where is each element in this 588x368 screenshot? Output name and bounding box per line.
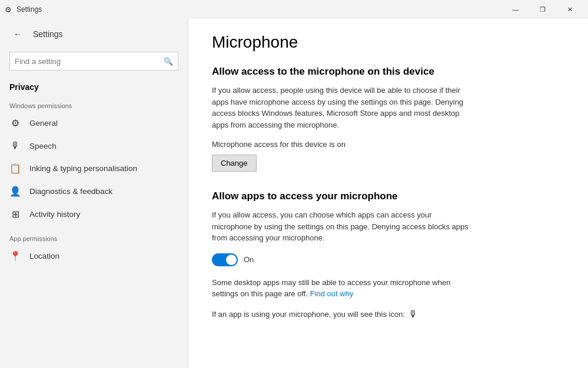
- apps-access-title: Allow apps to access your microphone: [212, 190, 564, 202]
- desktop-apps-note: Some desktop apps may still be able to a…: [212, 277, 471, 300]
- search-input[interactable]: [15, 57, 160, 66]
- title-bar-controls: — ❐ ✕: [502, 0, 583, 19]
- app-permissions-label: App permissions: [0, 226, 188, 245]
- device-access-status: Microphone access for this device is on: [212, 140, 564, 149]
- search-icon: 🔍: [164, 57, 173, 66]
- settings-app-icon: ⚙: [5, 5, 12, 14]
- microphone-icon: 🎙: [408, 309, 418, 320]
- device-access-title: Allow access to the microphone on this d…: [212, 66, 564, 78]
- search-box: 🔍: [9, 52, 178, 71]
- sidebar-item-location-label: Location: [29, 252, 59, 260]
- title-bar-title: Settings: [16, 5, 42, 14]
- sidebar-item-location[interactable]: 📍 Location: [0, 245, 188, 267]
- find-out-why-link[interactable]: Find out why: [310, 289, 354, 298]
- sidebar: ← Settings 🔍 Privacy Windows permissions…: [0, 19, 188, 368]
- privacy-section-title: Privacy: [0, 78, 188, 95]
- diagnostics-icon: 👤: [9, 186, 21, 197]
- icon-note-row: If an app is using your microphone, you …: [212, 309, 564, 320]
- general-icon: ⚙: [9, 118, 21, 129]
- sidebar-app-title: Settings: [33, 29, 63, 39]
- page-title: Microphone: [212, 33, 564, 52]
- microphone-toggle[interactable]: [212, 253, 238, 266]
- microphone-toggle-row: On: [212, 253, 564, 266]
- speech-icon: 🎙: [9, 140, 21, 151]
- main-content: Microphone Allow access to the microphon…: [188, 19, 588, 368]
- sidebar-item-general-label: General: [29, 119, 58, 128]
- title-bar: ⚙ Settings — ❐ ✕: [0, 0, 588, 19]
- sidebar-top: ← Settings: [0, 19, 188, 49]
- back-button[interactable]: ←: [9, 26, 26, 42]
- toggle-on-label: On: [244, 255, 254, 264]
- apps-access-description: If you allow access, you can choose whic…: [212, 209, 471, 244]
- sidebar-item-diagnostics-label: Diagnostics & feedback: [29, 187, 112, 196]
- search-container: 🔍: [0, 49, 188, 78]
- change-button[interactable]: Change: [212, 155, 257, 172]
- location-icon: 📍: [9, 250, 21, 262]
- title-bar-left: ⚙ Settings: [5, 5, 502, 14]
- inking-icon: 📋: [9, 163, 21, 174]
- sidebar-item-activity-label: Activity history: [29, 210, 80, 219]
- device-access-description: If you allow access, people using this d…: [212, 85, 471, 131]
- sidebar-item-inking[interactable]: 📋 Inking & typing personalisation: [0, 157, 188, 180]
- app-body: ← Settings 🔍 Privacy Windows permissions…: [0, 19, 588, 368]
- sidebar-item-inking-label: Inking & typing personalisation: [29, 164, 137, 173]
- maximize-button[interactable]: ❐: [529, 0, 556, 19]
- minimize-button[interactable]: —: [502, 0, 529, 19]
- close-button[interactable]: ✕: [556, 0, 583, 19]
- windows-permissions-label: Windows permissions: [0, 95, 188, 112]
- sidebar-item-general[interactable]: ⚙ General: [0, 112, 188, 135]
- sidebar-item-speech-label: Speech: [29, 142, 57, 150]
- icon-note-text: If an app is using your microphone, you …: [212, 310, 405, 319]
- sidebar-item-diagnostics[interactable]: 👤 Diagnostics & feedback: [0, 180, 188, 203]
- sidebar-item-activity[interactable]: ⊞ Activity history: [0, 203, 188, 226]
- activity-icon: ⊞: [9, 209, 21, 220]
- sidebar-item-speech[interactable]: 🎙 Speech: [0, 135, 188, 157]
